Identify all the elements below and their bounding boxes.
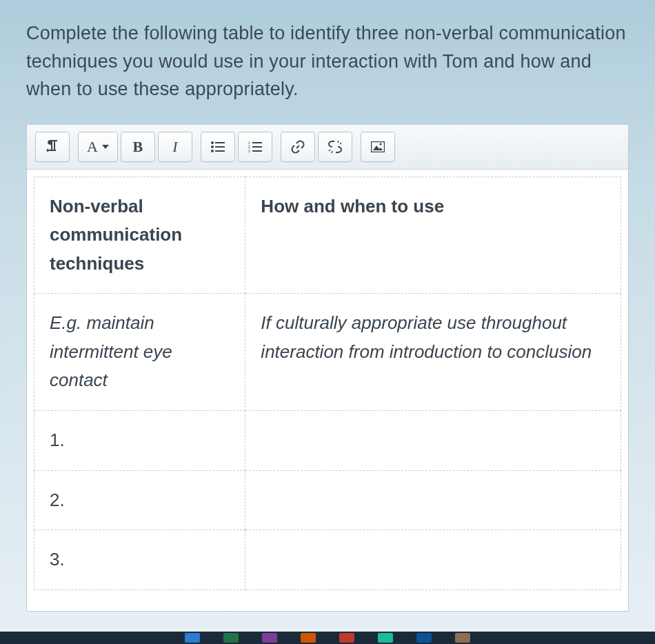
svg-point-4 (211, 150, 214, 152)
row1-usage-cell[interactable] (245, 411, 621, 471)
font-label: A (87, 138, 98, 156)
question-text: Complete the following table to identify… (26, 19, 629, 103)
answer-table: Non-verbal communication techniques How … (34, 177, 621, 590)
taskbar-app-icon[interactable] (339, 633, 354, 643)
bullet-list-button[interactable] (201, 132, 235, 162)
italic-button[interactable]: I (158, 132, 192, 162)
paragraph-direction-button[interactable] (35, 132, 70, 162)
svg-point-2 (211, 145, 214, 148)
row2-usage-cell[interactable] (245, 470, 621, 530)
svg-rect-7 (252, 142, 262, 143)
bold-button[interactable]: B (121, 132, 155, 162)
taskbar-app-icon[interactable] (301, 633, 316, 643)
row2-technique-cell[interactable]: 2. (34, 470, 245, 530)
table-row-1: 1. (34, 411, 621, 471)
editor-content[interactable]: Non-verbal communication techniques How … (27, 170, 628, 611)
svg-line-12 (329, 150, 330, 151)
row3-usage-cell[interactable] (245, 530, 621, 590)
svg-rect-16 (371, 141, 384, 152)
header-cell-techniques[interactable]: Non-verbal communication techniques (34, 177, 245, 294)
svg-text:3: 3 (248, 149, 250, 152)
svg-rect-5 (215, 150, 225, 152)
numbered-list-button[interactable]: 1 2 3 (238, 132, 272, 162)
editor-toolbar: A B I 1 2 3 (27, 125, 628, 170)
image-icon (371, 141, 385, 152)
svg-marker-17 (373, 145, 383, 150)
font-style-button[interactable]: A (78, 132, 118, 162)
svg-rect-1 (215, 142, 225, 143)
taskbar-app-icon[interactable] (223, 633, 239, 643)
header-cell-usage[interactable]: How and when to use (245, 177, 621, 294)
italic-label: I (172, 138, 177, 156)
svg-line-14 (340, 143, 341, 144)
chevron-down-icon (102, 145, 109, 149)
svg-line-15 (338, 141, 339, 143)
os-taskbar (0, 632, 655, 644)
table-row-2: 2. (34, 470, 621, 530)
svg-rect-11 (252, 150, 262, 152)
unlink-button[interactable] (318, 132, 352, 162)
svg-line-13 (332, 151, 332, 153)
rich-text-editor: A B I 1 2 3 (26, 124, 629, 612)
taskbar-app-icon[interactable] (416, 633, 432, 643)
numbered-list-icon: 1 2 3 (248, 141, 262, 152)
unlink-icon (328, 140, 342, 154)
insert-image-button[interactable] (361, 132, 395, 162)
taskbar-app-icon[interactable] (378, 633, 393, 643)
taskbar-app-icon[interactable] (185, 633, 200, 643)
taskbar-app-icon[interactable] (262, 633, 277, 643)
row1-technique-cell[interactable]: 1. (34, 411, 245, 471)
table-row-3: 3. (34, 530, 621, 590)
svg-point-18 (379, 143, 381, 145)
svg-point-0 (211, 141, 214, 144)
example-cell-technique[interactable]: E.g. maintain intermittent eye contact (34, 294, 245, 411)
table-example-row: E.g. maintain intermittent eye contact I… (34, 294, 621, 411)
taskbar-app-icon[interactable] (455, 633, 470, 643)
row3-technique-cell[interactable]: 3. (34, 530, 245, 590)
bold-label: B (133, 138, 143, 156)
link-icon (291, 140, 305, 154)
table-header-row: Non-verbal communication techniques How … (34, 177, 621, 294)
link-button[interactable] (281, 132, 315, 162)
svg-rect-9 (252, 146, 262, 148)
bullet-list-icon (211, 141, 225, 152)
paragraph-rtl-icon (46, 140, 59, 154)
example-cell-usage[interactable]: If culturally appropriate use throughout… (245, 294, 621, 411)
svg-rect-3 (215, 146, 225, 148)
